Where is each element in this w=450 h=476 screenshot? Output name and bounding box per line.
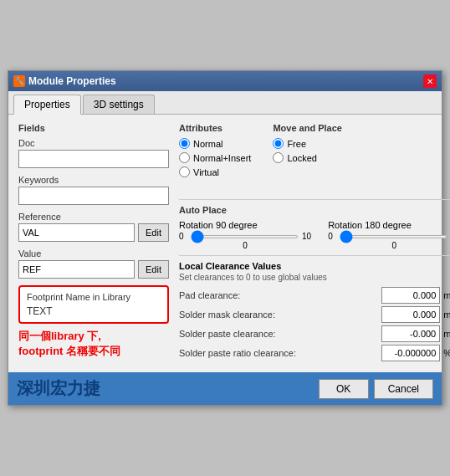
auto-place-title: Auto Place — [179, 205, 450, 215]
attr-normal-radio[interactable] — [179, 138, 190, 149]
tabs-bar: Properties 3D settings — [8, 91, 442, 115]
window-title: Module Properties — [28, 75, 116, 87]
title-bar: 🔧 Module Properties ✕ — [8, 71, 442, 91]
fields-title: Fields — [18, 123, 169, 133]
clearance-pad-label: Pad clearance: — [179, 290, 378, 300]
move-locked-label: Locked — [287, 153, 316, 163]
cancel-button[interactable]: Cancel — [374, 379, 433, 399]
attr-normal[interactable]: Normal — [179, 138, 251, 149]
rotation90-max: 10 — [302, 232, 311, 241]
attr-virtual[interactable]: Virtual — [179, 166, 251, 177]
clearance-pad-input[interactable] — [381, 287, 440, 304]
local-clearance-section: Local Clearance Values Set clearances to… — [179, 255, 450, 361]
ok-button[interactable]: OK — [319, 379, 369, 399]
clearance-row-solder-paste-ratio: Solder paste ratio clearance: % — [179, 345, 450, 361]
close-button[interactable]: ✕ — [423, 74, 437, 88]
tab-properties[interactable]: Properties — [13, 95, 81, 115]
clearance-row-pad: Pad clearance: mm — [179, 287, 450, 304]
brand-text: 深圳宏力捷 — [17, 377, 100, 400]
rotation180-min: 0 — [328, 232, 336, 241]
attr-normal-insert-radio[interactable] — [179, 152, 190, 163]
clearance-subtitle: Set clearances to 0 to use global values — [179, 273, 450, 282]
keywords-input[interactable] — [18, 187, 169, 205]
attr-normal-insert[interactable]: Normal+Insert — [179, 152, 251, 163]
doc-field-group: Doc — [18, 138, 169, 168]
rotation90-label: Rotation 90 degree — [179, 220, 311, 230]
clearance-solder-paste-label: Solder paste clearance: — [179, 329, 378, 339]
rotation180-slider-row: 0 10 — [328, 232, 450, 241]
main-content: Fields Doc Keywords Reference Edit — [8, 115, 442, 372]
rotation180-slider[interactable] — [340, 235, 447, 238]
module-properties-window: 🔧 Module Properties ✕ Properties 3D sett… — [8, 70, 442, 406]
clearance-row-solder-mask: Solder mask clearance: mm — [179, 306, 450, 323]
clearance-solder-mask-unit: mm — [443, 310, 450, 320]
attributes-title: Attributes — [179, 123, 251, 133]
footprint-box: Footprint Name in Library TEXT — [18, 285, 169, 324]
value-field-group: Value Edit — [18, 248, 169, 279]
annotation-line2: footprint 名稱要不同 — [18, 344, 169, 359]
tab-3d-settings[interactable]: 3D settings — [83, 95, 155, 114]
auto-place-section: Auto Place Rotation 90 degree 0 10 0 — [179, 199, 450, 250]
clearance-row-solder-paste: Solder paste clearance: mm — [179, 325, 450, 342]
value-input[interactable] — [18, 260, 135, 279]
clearance-solder-mask-label: Solder mask clearance: — [179, 310, 378, 320]
rotation180-label: Rotation 180 degree — [328, 220, 450, 230]
move-place-title: Move and Place — [273, 123, 342, 133]
sliders-row: Rotation 90 degree 0 10 0 Rotation 180 d… — [179, 220, 450, 250]
annotation-line1: 同一個library 下, — [18, 329, 169, 344]
two-column-layout: Fields Doc Keywords Reference Edit — [18, 123, 432, 364]
annotation-block: 同一個library 下, footprint 名稱要不同 — [18, 329, 169, 359]
attrs-row: Attributes Normal Normal+Insert — [179, 123, 450, 192]
clearance-title: Local Clearance Values — [179, 261, 450, 271]
rotation90-slider[interactable] — [191, 235, 299, 238]
rotation90-min: 0 — [179, 232, 187, 241]
value-label: Value — [18, 248, 169, 258]
bottom-buttons: OK Cancel — [319, 379, 433, 399]
reference-label: Reference — [18, 212, 169, 222]
reference-field-group: Reference Edit — [18, 212, 169, 242]
keywords-field-group: Keywords — [18, 175, 169, 205]
doc-label: Doc — [18, 138, 169, 148]
attr-virtual-label: Virtual — [193, 167, 219, 177]
window-icon: 🔧 — [13, 75, 25, 87]
footprint-label: Footprint Name in Library — [27, 292, 161, 302]
move-locked-radio[interactable] — [273, 152, 284, 163]
rotation180-group: Rotation 180 degree 0 10 0 — [328, 220, 450, 250]
reference-edit-button[interactable]: Edit — [138, 223, 169, 242]
move-free-radio[interactable] — [273, 138, 284, 149]
right-column: Attributes Normal Normal+Insert — [179, 123, 450, 364]
attributes-radio-group: Normal Normal+Insert Virtual — [179, 138, 251, 177]
footprint-value: TEXT — [27, 305, 161, 317]
move-place-radio-group: Free Locked — [273, 138, 342, 163]
move-locked[interactable]: Locked — [273, 152, 342, 163]
attr-virtual-radio[interactable] — [179, 166, 190, 177]
clearance-solder-paste-ratio-label: Solder paste ratio clearance: — [179, 348, 378, 358]
clearance-solder-mask-input[interactable] — [381, 306, 440, 323]
rotation90-slider-row: 0 10 — [179, 232, 311, 241]
attr-normal-label: Normal — [193, 139, 222, 149]
move-free-label: Free — [287, 139, 306, 149]
reference-input-row: Edit — [18, 223, 169, 242]
attr-normal-insert-label: Normal+Insert — [193, 153, 251, 163]
move-free[interactable]: Free — [273, 138, 342, 149]
doc-input[interactable] — [18, 150, 169, 168]
value-input-row: Edit — [18, 260, 169, 279]
move-place-section: Move and Place Free Locked — [273, 123, 342, 192]
clearance-solder-paste-ratio-unit: % — [443, 348, 450, 358]
clearance-solder-paste-unit: mm — [443, 329, 450, 339]
keywords-label: Keywords — [18, 175, 169, 185]
bottom-bar: 深圳宏力捷 OK Cancel — [8, 372, 442, 405]
clearance-solder-paste-input[interactable] — [381, 325, 440, 342]
clearance-solder-paste-ratio-input[interactable] — [381, 345, 440, 361]
left-column: Fields Doc Keywords Reference Edit — [18, 123, 169, 364]
attributes-section: Attributes Normal Normal+Insert — [179, 123, 251, 184]
reference-input[interactable] — [18, 223, 135, 242]
clearance-pad-unit: mm — [443, 290, 450, 300]
value-edit-button[interactable]: Edit — [138, 260, 169, 279]
rotation90-group: Rotation 90 degree 0 10 0 — [179, 220, 311, 250]
title-bar-left: 🔧 Module Properties — [13, 75, 116, 87]
